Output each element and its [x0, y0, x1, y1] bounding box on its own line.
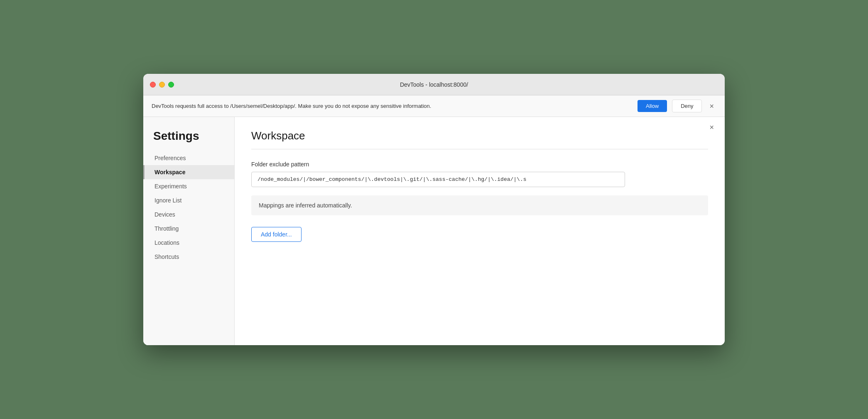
- settings-close-icon[interactable]: ×: [707, 123, 716, 132]
- sidebar-item-throttling[interactable]: Throttling: [143, 222, 234, 236]
- sidebar-item-experiments[interactable]: Experiments: [143, 179, 234, 193]
- add-folder-button[interactable]: Add folder...: [251, 227, 302, 242]
- devtools-window: DevTools - localhost:8000/ DevTools requ…: [143, 74, 725, 345]
- workspace-panel: Workspace Folder exclude pattern Mapping…: [235, 117, 725, 345]
- minimize-window-button[interactable]: [159, 82, 165, 88]
- notification-bar: DevTools requests full access to /Users/…: [143, 95, 725, 117]
- window-controls: [150, 82, 174, 88]
- panel-divider: [251, 149, 708, 149]
- settings-heading: Settings: [143, 125, 234, 151]
- titlebar: DevTools - localhost:8000/: [143, 74, 725, 95]
- notification-text: DevTools requests full access to /Users/…: [152, 103, 633, 109]
- close-window-button[interactable]: [150, 82, 156, 88]
- panel-title: Workspace: [251, 129, 708, 142]
- main-content: × Settings Preferences Workspace Experim…: [143, 117, 725, 345]
- sidebar: Settings Preferences Workspace Experimen…: [143, 117, 235, 345]
- mappings-info-box: Mappings are inferred automatically.: [251, 195, 708, 215]
- deny-button[interactable]: Deny: [672, 100, 702, 112]
- window-title: DevTools - localhost:8000/: [400, 81, 468, 88]
- notification-close-icon[interactable]: ×: [707, 102, 716, 111]
- folder-exclude-label: Folder exclude pattern: [251, 161, 708, 168]
- sidebar-item-devices[interactable]: Devices: [143, 207, 234, 222]
- sidebar-item-workspace[interactable]: Workspace: [143, 165, 234, 179]
- sidebar-item-ignore-list[interactable]: Ignore List: [143, 193, 234, 207]
- mappings-info-text: Mappings are inferred automatically.: [259, 202, 352, 209]
- sidebar-item-shortcuts[interactable]: Shortcuts: [143, 250, 234, 264]
- allow-button[interactable]: Allow: [638, 100, 667, 112]
- maximize-window-button[interactable]: [168, 82, 174, 88]
- sidebar-item-preferences[interactable]: Preferences: [143, 151, 234, 165]
- sidebar-item-locations[interactable]: Locations: [143, 236, 234, 250]
- folder-exclude-input[interactable]: [251, 172, 625, 187]
